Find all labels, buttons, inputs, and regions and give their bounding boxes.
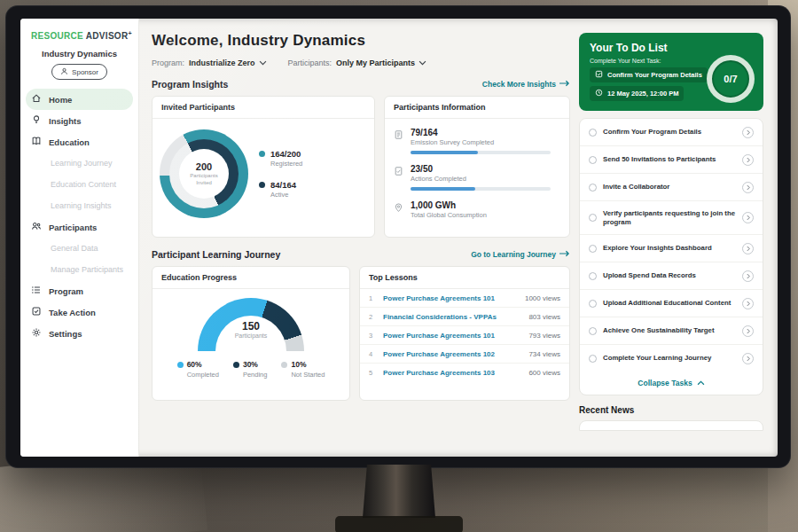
sidebar-item-manage-participants[interactable]: Manage Participants <box>20 259 138 280</box>
legend-label: Not Started <box>291 371 325 379</box>
task-checkbox[interactable] <box>589 300 597 308</box>
home-icon <box>31 93 42 106</box>
lesson-rank: 2 <box>369 313 376 321</box>
monitor-bezel: RESOURCE ADVISOR+ Industry Dynamics Spon… <box>5 5 791 468</box>
task-row[interactable]: Upload Spend Data Records <box>580 262 763 290</box>
go-to-learning-journey-link[interactable]: Go to Learning Journey <box>471 250 570 259</box>
collapse-tasks-label: Collapse Tasks <box>638 379 692 387</box>
chevron-up-icon <box>697 379 705 387</box>
task-checkbox[interactable] <box>589 129 597 137</box>
monitor-stand <box>363 465 435 518</box>
task-row[interactable]: Explore Your Insights Dashboard <box>580 235 763 262</box>
task-checkbox[interactable] <box>589 214 597 222</box>
participants-select[interactable]: Only My Participants <box>336 59 426 67</box>
stat-label: Total Global Consumption <box>411 211 487 219</box>
task-row[interactable]: Confirm Your Program Details <box>580 119 763 146</box>
chevron-right-icon[interactable] <box>742 154 754 166</box>
lesson-views: 803 views <box>528 313 560 321</box>
sponsor-badge[interactable]: Sponsor <box>51 64 107 80</box>
stat-value: 1,000 GWh <box>411 200 487 210</box>
document-icon <box>394 128 403 154</box>
people-icon <box>31 221 42 233</box>
task-row[interactable]: Complete Your Learning Journey <box>580 345 763 372</box>
sidebar-item-participants[interactable]: Participants <box>20 216 138 238</box>
stat-value: 23/50 <box>411 164 551 174</box>
sidebar-item-education[interactable]: Education <box>20 131 138 153</box>
sidebar-item-education-content[interactable]: Education Content <box>20 174 138 195</box>
due-date-chip: 12 May 2025, 12:00 PM <box>590 86 684 101</box>
chevron-down-icon <box>419 59 426 67</box>
lesson-rank: 3 <box>369 332 376 340</box>
lesson-views: 793 views <box>528 332 560 340</box>
education-progress-card: Education Progress 150 Participants <box>152 266 350 401</box>
sidebar-item-learning-journey[interactable]: Learning Journey <box>20 153 138 174</box>
lightbulb-icon <box>31 114 42 127</box>
lesson-row: 3 Power Purchase Agreements 101 793 view… <box>360 326 569 345</box>
lessons-list: 1 Power Purchase Agreements 101 1000 vie… <box>360 289 569 381</box>
lesson-link[interactable]: Power Purchase Agreements 101 <box>383 332 521 340</box>
task-row[interactable]: Invite a Collaborator <box>580 174 763 201</box>
collapse-tasks-button[interactable]: Collapse Tasks <box>580 372 763 395</box>
sidebar-item-label: Program <box>49 286 83 296</box>
task-label: Confirm Your Program Details <box>603 128 736 137</box>
sidebar-item-learning-insights[interactable]: Learning Insights <box>20 195 138 216</box>
lesson-views: 600 views <box>528 369 560 377</box>
chevron-right-icon[interactable] <box>742 298 754 309</box>
legend-label: Pending <box>243 371 268 379</box>
task-checkbox[interactable] <box>589 272 597 280</box>
legend-dot-navy <box>233 362 239 368</box>
task-row[interactable]: Send 50 Invitations to Participants <box>580 146 763 174</box>
chevron-right-icon[interactable] <box>742 243 754 254</box>
chevron-right-icon[interactable] <box>742 182 754 193</box>
task-row[interactable]: Upload Additional Educational Content <box>580 290 763 317</box>
lesson-link[interactable]: Power Purchase Agreements 103 <box>383 369 521 377</box>
task-label: Verify participants requesting to join t… <box>603 209 736 227</box>
chevron-right-icon[interactable] <box>742 353 754 364</box>
screen: RESOURCE ADVISOR+ Industry Dynamics Spon… <box>20 19 778 457</box>
gauge-legend: 60% Completed 30% Pending 10% Not Starte… <box>177 360 325 379</box>
sidebar-item-take-action[interactable]: Take Action <box>20 301 138 323</box>
chevron-right-icon[interactable] <box>742 270 754 282</box>
lesson-link[interactable]: Financial Considerations - VPPAs <box>383 313 521 321</box>
participants-filter-label: Participants: <box>288 59 332 67</box>
sidebar-item-insights[interactable]: Insights <box>20 110 138 131</box>
logo-text-resource: RESOURCE <box>31 31 83 41</box>
chevron-right-icon[interactable] <box>742 127 754 138</box>
progress-fill <box>411 151 478 154</box>
sidebar-item-label: Take Action <box>49 308 96 317</box>
recent-news-title: Recent News <box>579 405 763 415</box>
sidebar-item-program[interactable]: Program <box>20 280 138 301</box>
lesson-link[interactable]: Power Purchase Agreements 101 <box>383 294 518 302</box>
page-title: Welcome, Industry Dynamics <box>152 32 579 50</box>
location-pin-icon <box>394 200 403 219</box>
task-row[interactable]: Verify participants requesting to join t… <box>580 201 763 235</box>
task-checkbox[interactable] <box>589 156 597 164</box>
task-checkbox[interactable] <box>589 327 597 335</box>
legend-dot-gray <box>281 362 287 368</box>
sidebar-item-label: Learning Journey <box>51 159 113 168</box>
card-title: Top Lessons <box>360 267 569 289</box>
task-row[interactable]: Achieve One Sustainability Target <box>580 317 763 345</box>
chevron-right-icon[interactable] <box>742 212 754 223</box>
program-insights-header: Program Insights Check More Insights <box>152 79 570 90</box>
photo-background: RESOURCE ADVISOR+ Industry Dynamics Spon… <box>0 0 798 532</box>
task-checkbox[interactable] <box>589 184 597 192</box>
program-select-value: Industrialize Zero <box>189 59 255 67</box>
sidebar-item-general-data[interactable]: General Data <box>20 238 138 259</box>
card-title: Education Progress <box>153 267 349 289</box>
legend-value: 84/164 <box>270 180 296 190</box>
sidebar-item-label: Learning Insights <box>51 201 112 210</box>
program-select[interactable]: Industrialize Zero <box>189 59 267 67</box>
sidebar-item-settings[interactable]: Settings <box>20 323 138 344</box>
lesson-rank: 1 <box>369 294 376 302</box>
task-checkbox[interactable] <box>589 355 597 363</box>
gauge-center-value: 150 <box>198 320 304 332</box>
participants-select-value: Only My Participants <box>336 59 415 67</box>
legend-value: 10% <box>291 360 306 369</box>
chevron-right-icon[interactable] <box>742 325 754 337</box>
sidebar-item-home[interactable]: Home <box>26 89 133 110</box>
task-checkbox[interactable] <box>589 245 597 253</box>
check-more-insights-link[interactable]: Check More Insights <box>482 80 570 89</box>
lesson-link[interactable]: Power Purchase Agreements 102 <box>383 350 521 358</box>
monitor-stand-base <box>335 516 463 532</box>
